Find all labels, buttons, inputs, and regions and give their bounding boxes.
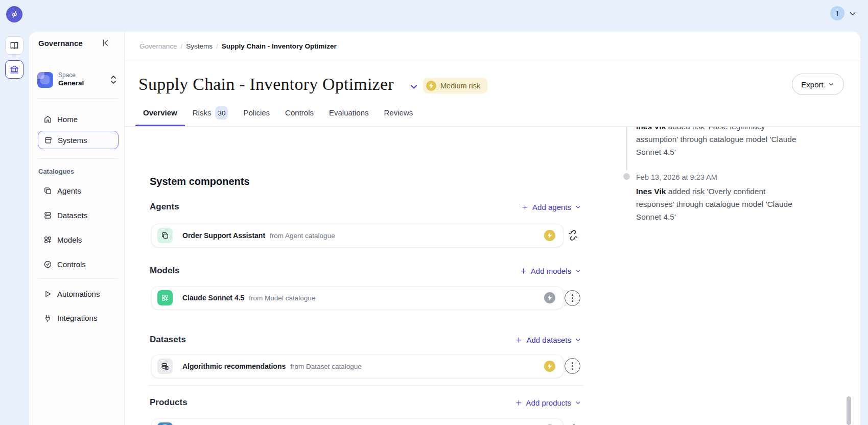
space-avatar (37, 72, 53, 88)
database-icon (43, 211, 52, 220)
tab-overview[interactable]: Overview (135, 103, 185, 127)
agent-row-order-support-assistant[interactable]: Order Support Assistant from Agent catal… (151, 224, 564, 247)
export-button[interactable]: Export (792, 74, 844, 95)
tab-reviews[interactable]: Reviews (377, 103, 421, 127)
activity-feed: Ines Vik added risk 'False legitimacy as… (582, 127, 852, 425)
sidebar-item-label: Systems (58, 136, 87, 145)
add-models-button[interactable]: Add models (520, 267, 581, 275)
plus-icon (515, 399, 523, 407)
component-source: from Agent catalogue (270, 232, 335, 240)
section-title: Agents (150, 202, 179, 212)
overview-content: System components Agents Add agents Orde… (125, 127, 860, 425)
sidebar-item-agents[interactable]: Agents (38, 181, 119, 200)
sidebar-item-integrations[interactable]: Integrations (38, 309, 119, 327)
timeline-dot (623, 173, 630, 180)
bolt-icon (544, 230, 555, 241)
sidebar: Governance Space General (29, 32, 125, 425)
sidebar-item-systems[interactable]: Systems (38, 131, 119, 149)
export-chevron-down-icon (828, 81, 835, 88)
plug-icon (43, 314, 52, 322)
sidebar-item-home[interactable]: Home (38, 110, 119, 128)
tab-bar: Overview Risks 30 Policies Controls Eval… (135, 103, 420, 127)
breadcrumb-separator: / (181, 42, 183, 50)
activity-entry: Feb 13, 2026 at 9:23 AM Ines Vik added r… (636, 171, 844, 223)
plus-icon (520, 267, 527, 275)
space-selector[interactable]: Space General (37, 70, 117, 89)
tab-risks[interactable]: Risks 30 (185, 103, 236, 127)
chevron-down-icon (575, 268, 581, 274)
chevron-down-icon (575, 204, 581, 210)
bolt-icon (544, 361, 555, 372)
sidebar-item-datasets[interactable]: Datasets (38, 206, 119, 224)
add-agents-button[interactable]: Add agents (521, 203, 581, 211)
risk-badge[interactable]: Medium risk (423, 78, 487, 93)
datasets-section-header: Datasets Add datasets (150, 332, 581, 348)
system-components-heading: System components (150, 176, 250, 187)
sidebar-divider (37, 278, 118, 279)
rail-docs-button[interactable] (5, 36, 24, 55)
broken-link-icon (567, 229, 579, 241)
home-icon (43, 115, 52, 124)
sidebar-item-controls[interactable]: Controls (38, 255, 119, 273)
model-row-claude-sonnet[interactable]: Claude Sonnet 4.5 from Model catalogue (151, 286, 564, 310)
add-products-button[interactable]: Add products (515, 398, 581, 407)
breadcrumb-systems[interactable]: Systems (186, 42, 213, 50)
chevron-down-icon (575, 337, 581, 343)
sidebar-item-label: Controls (57, 260, 86, 269)
space-label: Space (58, 72, 84, 79)
chevron-down-icon (575, 399, 581, 406)
title-chevron-down-icon[interactable] (409, 82, 419, 92)
space-value: General (58, 79, 84, 87)
risk-indicator-badge[interactable] (544, 292, 555, 303)
tab-evaluations[interactable]: Evaluations (321, 103, 377, 127)
component-name: Claude Sonnet 4.5 (182, 294, 244, 302)
risk-badge-label: Medium risk (440, 82, 480, 90)
dataset-menu-button[interactable] (565, 358, 580, 374)
unlink-agent-button[interactable] (567, 229, 579, 242)
sidebar-item-label: Automations (57, 290, 100, 298)
bolt-icon (544, 292, 555, 303)
activity-entry: Ines Vik added risk 'False legitimacy as… (636, 127, 844, 158)
rail-governance-button[interactable] (5, 60, 24, 79)
dataset-row-algorithmic-recommendations[interactable]: Algorithmic recommendations from Dataset… (151, 355, 564, 378)
sidebar-title: Governance (38, 39, 83, 48)
book-icon (9, 40, 19, 51)
sidebar-item-label: Models (57, 235, 82, 244)
product-row-amazon-bedrock[interactable]: aws Amazon Bedrock from Library (151, 418, 564, 425)
component-source: from Dataset catalogue (290, 363, 362, 370)
app-card: Governance Space General (29, 32, 860, 425)
risk-indicator-badge[interactable] (544, 230, 555, 241)
breadcrumb: Governance / Systems / Supply Chain - In… (125, 32, 860, 61)
risk-indicator-badge[interactable] (544, 361, 555, 372)
component-name: Order Support Assistant (182, 231, 265, 240)
app-logo[interactable] (6, 6, 22, 22)
activity-timestamp: Feb 13, 2026 at 9:23 AM (636, 171, 844, 184)
collapse-sidebar-icon[interactable] (101, 38, 112, 49)
risks-count-badge: 30 (215, 106, 228, 120)
timeline-line (626, 127, 627, 171)
user-avatar[interactable]: I (830, 6, 844, 20)
account-chevron-down-icon[interactable] (848, 9, 857, 18)
sidebar-item-models[interactable]: Models (38, 230, 119, 249)
tab-policies[interactable]: Policies (236, 103, 277, 127)
add-datasets-button[interactable]: Add datasets (515, 336, 581, 344)
section-title: Datasets (150, 335, 186, 345)
aws-icon: aws (157, 422, 173, 425)
model-menu-button[interactable] (565, 290, 580, 306)
main-area: Governance / Systems / Supply Chain - In… (125, 32, 860, 425)
tab-controls[interactable]: Controls (277, 103, 321, 127)
component-source: from Model catalogue (249, 294, 315, 302)
sidebar-item-automations[interactable]: Automations (38, 285, 119, 303)
breadcrumb-governance[interactable]: Governance (139, 42, 177, 50)
play-icon (43, 290, 52, 298)
plus-icon (515, 336, 523, 344)
export-label: Export (801, 80, 823, 89)
vertical-scrollbar-thumb[interactable] (847, 396, 851, 425)
systems-icon (44, 136, 53, 145)
bank-icon (9, 64, 19, 75)
sidebar-divider (37, 98, 118, 99)
products-section-header: Products Add products (150, 394, 581, 411)
section-title: Products (150, 397, 187, 408)
plus-icon (521, 203, 529, 211)
model-grid-icon (157, 290, 173, 305)
